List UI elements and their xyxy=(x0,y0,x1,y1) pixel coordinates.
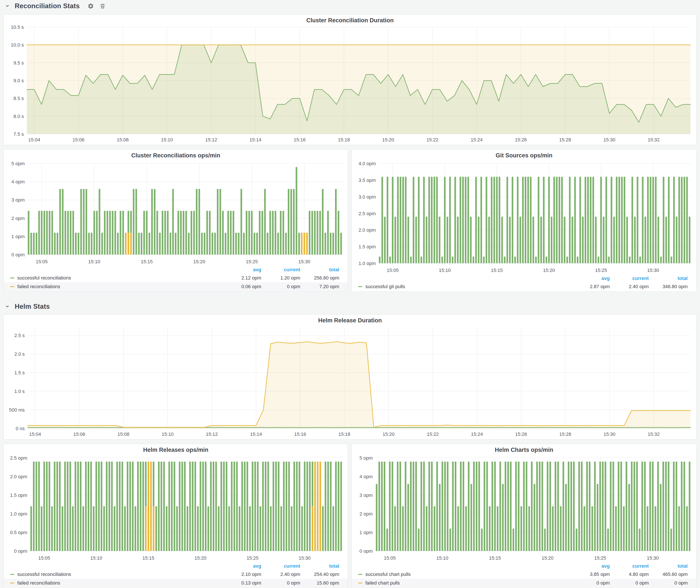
legend-total-value: 0 opm xyxy=(649,580,688,586)
svg-text:1.0 opm: 1.0 opm xyxy=(10,511,27,517)
svg-text:1.5 opm: 1.5 opm xyxy=(359,244,376,249)
legend-avg-value: 0 opm xyxy=(571,580,610,586)
svg-text:15:20: 15:20 xyxy=(543,268,555,273)
svg-text:15:12: 15:12 xyxy=(206,431,218,437)
legend-series-failed-chart-pulls[interactable]: failed chart pulls xyxy=(358,580,571,586)
legend-header-current[interactable]: current xyxy=(261,267,300,273)
panel-cluster-reconciliations-opm: Cluster Reconciliations ops/min 15:0515:… xyxy=(3,149,348,292)
svg-text:15:22: 15:22 xyxy=(427,431,439,437)
series-color-dash xyxy=(10,574,14,575)
legend-header-avg[interactable]: avg xyxy=(571,276,610,281)
svg-text:15:15: 15:15 xyxy=(491,268,503,273)
svg-text:15:10: 15:10 xyxy=(90,555,102,561)
cluster-reconciliations-opm-chart[interactable]: 15:0515:1015:1515:2015:2515:305 opm4 opm… xyxy=(5,160,347,266)
panel-title-git-sources-opm[interactable]: Git Sources ops/min xyxy=(352,150,696,160)
legend-row-failed-reconciliations: failed reconciliations 0.13 opm 0 opm 15… xyxy=(4,579,348,587)
legend-row-successful-reconciliations: successful reconciliations 2.10 opm 2.40… xyxy=(4,570,348,579)
section-header-helm-stats[interactable]: Helm Stats xyxy=(5,301,50,312)
panel-title-cluster-reconciliations-opm[interactable]: Cluster Reconciliations ops/min xyxy=(4,150,348,160)
legend-series-label: failed reconciliations xyxy=(17,580,60,586)
legend-series-label: successful reconciliations xyxy=(17,572,71,577)
svg-text:2.5 opm: 2.5 opm xyxy=(359,211,376,216)
helm-releases-opm-chart[interactable]: 15:0515:1015:1515:2015:2515:302.5 opm2.0… xyxy=(5,455,347,562)
legend-row-successful-git-pulls: successful git pulls 2.87 opm 2.40 opm 3… xyxy=(352,282,696,291)
legend-series-successful-chart-pulls[interactable]: successful chart pulls xyxy=(358,572,571,577)
legend-header-total[interactable]: total xyxy=(649,563,688,569)
svg-text:15:25: 15:25 xyxy=(247,555,258,561)
svg-text:1.0 s: 1.0 s xyxy=(14,389,25,394)
legend-header-avg[interactable]: avg xyxy=(222,563,261,569)
legend-total-value: 256.80 opm xyxy=(300,275,339,281)
panel-helm-charts-opm: Helm Charts ops/min 15:0515:1015:1515:20… xyxy=(352,444,697,588)
helm-release-duration-chart[interactable]: 15:0415:0615:0815:1015:1215:1415:1615:18… xyxy=(5,325,695,438)
svg-text:4 opm: 4 opm xyxy=(11,179,25,184)
legend-header-row: avg current total xyxy=(352,275,696,282)
legend-current-value: 2.40 opm xyxy=(261,572,300,577)
svg-text:15:20: 15:20 xyxy=(195,555,206,561)
legend-series-successful-git-pulls[interactable]: successful git pulls xyxy=(358,284,571,289)
panel-helm-release-duration: Helm Release Duration 15:0415:0615:0815:… xyxy=(3,314,697,439)
chevron-down-icon[interactable] xyxy=(5,3,10,9)
legend-avg-value: 2.87 opm xyxy=(571,284,610,289)
svg-text:2.0 opm: 2.0 opm xyxy=(359,227,376,233)
svg-text:8.0 s: 8.0 s xyxy=(13,114,24,119)
panel-cluster-reconciliation-duration: Cluster Reconciliation Duration 15:0415:… xyxy=(3,14,697,145)
svg-text:15:20: 15:20 xyxy=(193,259,205,264)
legend-series-failed-reconciliations[interactable]: failed reconciliations xyxy=(10,580,222,586)
legend-series-failed-reconciliations[interactable]: failed reconciliations xyxy=(10,284,222,289)
legend-header-total[interactable]: total xyxy=(649,276,688,281)
svg-text:15:22: 15:22 xyxy=(426,137,438,142)
svg-text:15:08: 15:08 xyxy=(118,431,129,437)
svg-text:15:14: 15:14 xyxy=(250,137,261,142)
chevron-down-icon[interactable] xyxy=(5,304,10,309)
panel-title-helm-releases-opm[interactable]: Helm Releases ops/min xyxy=(4,444,348,455)
legend-header-total[interactable]: total xyxy=(300,563,339,569)
panel-title-cluster-reconciliation-duration[interactable]: Cluster Reconciliation Duration xyxy=(4,15,696,25)
legend-total-value: 346.80 opm xyxy=(649,284,688,289)
trash-icon[interactable] xyxy=(100,3,106,9)
svg-text:3 opm: 3 opm xyxy=(11,197,25,203)
panel-helm-releases-opm: Helm Releases ops/min 15:0515:1015:1515:… xyxy=(3,444,348,588)
gear-icon[interactable] xyxy=(87,3,94,9)
panel-title-helm-release-duration[interactable]: Helm Release Duration xyxy=(4,315,696,325)
legend-header-current[interactable]: current xyxy=(610,563,649,569)
svg-text:1.5 opm: 1.5 opm xyxy=(10,493,27,498)
helm-charts-opm-chart[interactable]: 15:0515:1015:1515:2015:2515:305 opm4 opm… xyxy=(353,455,695,562)
legend-header-total[interactable]: total xyxy=(300,267,339,273)
series-color-dash xyxy=(358,574,362,575)
legend-series-successful-reconciliations[interactable]: successful reconciliations xyxy=(10,275,222,281)
section-header-reconciliation-stats[interactable]: Reconciliation Stats xyxy=(5,1,106,11)
svg-text:15:20: 15:20 xyxy=(542,555,553,561)
git-sources-opm-chart[interactable]: 15:0515:1015:1515:2015:2515:304.0 opm3.5… xyxy=(353,160,695,275)
svg-text:15:10: 15:10 xyxy=(161,137,173,142)
svg-text:2 opm: 2 opm xyxy=(11,216,25,221)
section-title[interactable]: Reconciliation Stats xyxy=(15,2,80,10)
legend-current-value: 0 opm xyxy=(610,580,649,586)
svg-text:15:04: 15:04 xyxy=(28,137,40,142)
series-color-dash xyxy=(10,286,14,287)
legend-header-avg[interactable]: avg xyxy=(222,267,261,273)
svg-text:15:04: 15:04 xyxy=(29,431,41,437)
legend-row-successful-reconciliations: successful reconciliations 2.12 opm 1.20… xyxy=(4,274,348,282)
svg-text:15:25: 15:25 xyxy=(594,555,606,561)
legend-header-avg[interactable]: avg xyxy=(571,563,610,569)
legend-total-value: 254.40 opm xyxy=(300,572,339,577)
cluster-reconciliation-duration-chart[interactable]: 15:0415:0615:0815:1015:1215:1415:1615:18… xyxy=(5,25,695,144)
svg-text:2.5 opm: 2.5 opm xyxy=(10,455,27,461)
legend-header-current[interactable]: current xyxy=(261,563,300,569)
svg-text:0 opm: 0 opm xyxy=(14,548,27,554)
legend-series-label: failed reconciliations xyxy=(17,284,60,289)
svg-text:15:28: 15:28 xyxy=(559,431,571,437)
legend-current-value: 0 opm xyxy=(261,580,300,586)
legend-current-value: 4.80 opm xyxy=(610,572,649,577)
legend-total-value: 7.20 opm xyxy=(300,284,339,289)
panel-title-helm-charts-opm[interactable]: Helm Charts ops/min xyxy=(352,444,696,455)
svg-text:15:06: 15:06 xyxy=(73,137,84,142)
svg-text:15:15: 15:15 xyxy=(141,259,153,264)
legend-row-failed-chart-pulls: failed chart pulls 0 opm 0 opm 0 opm xyxy=(352,579,696,587)
legend-header-current[interactable]: current xyxy=(610,276,649,281)
legend-series-label: successful git pulls xyxy=(365,284,405,289)
svg-text:15:30: 15:30 xyxy=(647,555,659,561)
section-title[interactable]: Helm Stats xyxy=(15,303,50,310)
legend-series-successful-reconciliations[interactable]: successful reconciliations xyxy=(10,572,222,577)
